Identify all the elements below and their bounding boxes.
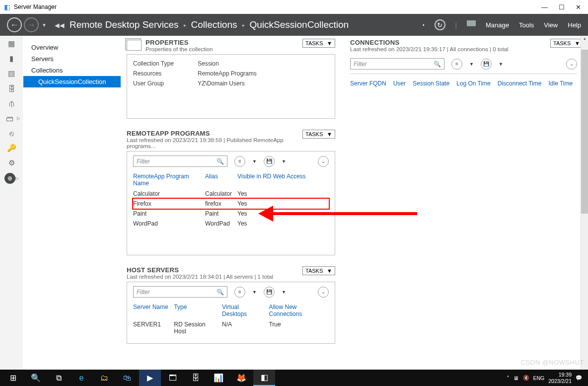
tray-display-icon[interactable]: 🖥 [514,375,519,381]
save-view-button[interactable]: 💾 [264,287,275,298]
tray-lang[interactable]: ENG [533,375,545,381]
crumb-quicksession[interactable]: QuickSessionCollection [250,19,349,30]
tasks-button[interactable]: TASKS▼ [302,39,335,48]
notifications-flag[interactable] [467,20,476,29]
menu-manage[interactable]: Manage [486,21,509,29]
search-icon[interactable]: 🔍 [434,61,441,68]
back-button[interactable]: ← [7,17,22,32]
ie-icon[interactable]: e [71,370,92,386]
rail-file-icon[interactable]: 🗄 [4,83,18,93]
table-row[interactable]: CalculatorCalculatorYes [133,189,329,199]
col-logon[interactable]: Log On Time [456,80,491,87]
filter-input[interactable]: Filter🔍 [350,58,444,70]
crumb-collections[interactable]: Collections [191,19,237,30]
table-row-highlighted[interactable]: FirefoxfirefoxYes [132,198,330,210]
col-user[interactable]: User [393,80,406,87]
maximize-button[interactable]: ☐ [559,3,565,11]
sidebar-item-overview[interactable]: Overview [23,42,121,53]
col-visible[interactable]: Visible in RD Web Access [237,173,312,187]
filter-options-button[interactable]: ≡ [451,59,462,70]
sidebar-item-collections[interactable]: Collections [23,65,121,76]
tray-notifications-icon[interactable]: 💬 [576,375,582,381]
titlebar: ◧ Server Manager — ☐ ✕ [0,0,588,14]
rail-storage-icon[interactable]: 🗃 [3,113,17,123]
col-idle[interactable]: Idle Time [548,80,573,87]
chevron-down-icon[interactable]: ▼ [252,290,257,295]
rail-services-icon[interactable]: ⫛ [4,98,18,108]
filter-options-button[interactable]: ≡ [234,287,245,298]
prop-val: RemoteApp Programs [198,70,257,77]
save-view-button[interactable]: 💾 [264,156,275,167]
table-row[interactable]: SERVER1 RD Session Host N/A True [133,319,329,336]
expand-button[interactable]: ⌄ [318,287,329,298]
menu-tools[interactable]: Tools [519,21,534,29]
chevron-down-icon[interactable]: ▼ [469,62,474,67]
col-alias[interactable]: Alias [205,173,232,187]
menu-help[interactable]: Help [568,21,581,29]
tray-volume-icon[interactable]: 🔇 [523,375,529,381]
sidebar-item-servers[interactable]: Servers [23,53,121,65]
powershell-icon[interactable]: ▶ [139,370,161,386]
rail-iis-icon[interactable]: ⎋ [4,128,18,138]
tasks-button[interactable]: TASKS▼ [550,39,583,48]
col-type[interactable]: Type [174,304,217,317]
filter-options-button[interactable]: ≡ [234,156,245,167]
forward-button[interactable]: → [24,17,39,32]
save-view-button[interactable]: 💾 [481,59,492,70]
chevron-down-icon[interactable]: ▼ [252,159,257,164]
expand-button[interactable]: ⌄ [318,156,329,167]
crumb-back-icon[interactable]: ◂◂ [55,19,65,31]
col-servername[interactable]: Server Name [133,304,169,317]
col-allow[interactable]: Allow New Connections [269,304,329,317]
chevron-down-icon[interactable]: ▼ [282,290,286,295]
col-disconnect[interactable]: Disconnect Time [498,80,542,87]
filter-input[interactable]: Filter🔍 [133,155,227,167]
taskview-button[interactable]: ⧉ [48,370,70,386]
start-button[interactable]: ⊞ [2,370,24,386]
col-fqdn[interactable]: Server FQDN [350,80,386,87]
navbar: ← → ▼ ◂◂ Remote Desktop Services ▸ Colle… [0,14,588,36]
table-row[interactable]: PaintPaintYes [133,209,329,219]
tray-clock[interactable]: 19:392023/2/21 [548,372,572,384]
col-name[interactable]: RemoteApp Program Name [133,173,200,187]
search-icon[interactable]: 🔍 [217,158,224,165]
hyperv-icon[interactable]: 🗔 [162,370,184,386]
rail-all-servers-icon[interactable]: ▤ [4,69,18,78]
firefox-icon[interactable]: 🦊 [230,370,252,386]
rail-tools-icon[interactable]: ⚙ [4,158,18,168]
servermanager-icon[interactable]: ◧ [253,370,275,386]
app-icon[interactable]: 📊 [208,370,229,386]
rail-dashboard-icon[interactable]: ▦ [4,39,18,49]
filter-input[interactable]: Filter🔍 [133,286,227,298]
search-icon[interactable]: 🔍 [217,289,224,296]
menu-view[interactable]: View [544,21,558,29]
col-state[interactable]: Session State [413,80,449,87]
tray-up-icon[interactable]: ˄ [507,375,510,381]
history-dropdown[interactable]: ▼ [42,22,47,28]
chevron-down-icon[interactable]: ▼ [499,62,503,67]
hostservers-panel: HOST SERVERS Last refreshed on 2023/2/21… [127,266,335,344]
divider: | [455,21,457,29]
scrollbar[interactable]: ▴ [581,36,588,370]
chevron-right-icon[interactable]: ▷ [15,176,19,181]
chevron-right-icon[interactable]: ▷ [17,116,20,121]
col-vd[interactable]: Virtual Desktops [222,304,264,317]
connections-panel: CONNECTIONS Last refreshed on 2023/2/21 … [350,39,583,93]
rail-local-server-icon[interactable]: ▮ [4,54,18,64]
app-icon[interactable]: 🗄 [185,370,207,386]
table-row[interactable]: WordPadWordPadYes [133,219,329,229]
crumb-rds[interactable]: Remote Desktop Services [70,19,179,30]
tasks-button[interactable]: TASKS▼ [302,266,335,275]
rail-key-icon[interactable]: 🔑 [4,143,18,153]
rail-rds-icon[interactable]: ⊕ [4,173,15,184]
close-button[interactable]: ✕ [576,3,581,11]
refresh-button[interactable]: ↻ [435,19,445,30]
sidebar-item-quicksession[interactable]: QuickSessionCollection [23,76,121,87]
explorer-icon[interactable]: 🗂 [93,370,115,386]
minimize-button[interactable]: — [541,3,548,11]
store-icon[interactable]: 🛍 [116,370,138,386]
search-button[interactable]: 🔍 [25,370,47,386]
expand-button[interactable]: ⌄ [566,59,577,70]
tasks-button[interactable]: TASKS▼ [302,130,335,139]
chevron-down-icon[interactable]: ▼ [282,159,286,164]
